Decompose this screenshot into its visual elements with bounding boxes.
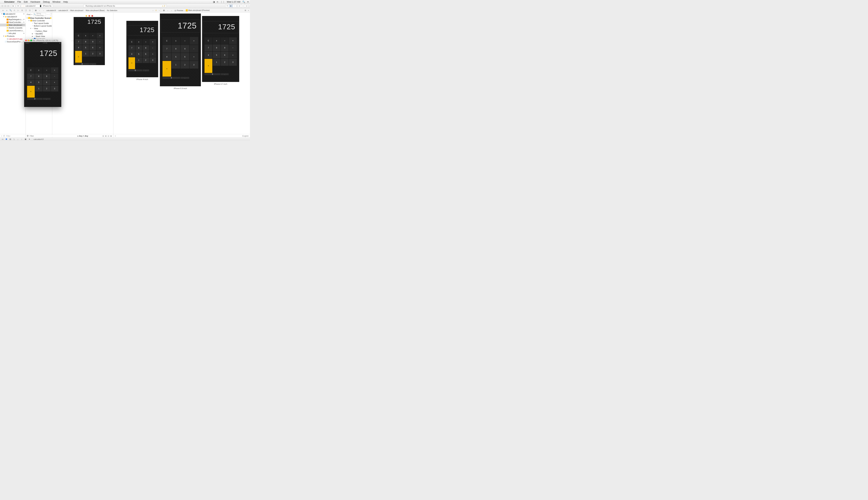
nav-row[interactable]: ▼📘calculatorUIM [0,12,25,15]
calc-key[interactable]: 2 [43,86,51,92]
ib-canvas[interactable]: 1725 C±÷×789−456+123=0. → w Any h Any ⊟ … [52,12,113,137]
forward-button[interactable]: › [42,9,45,12]
outline-row[interactable]: ▼▫View [26,27,52,30]
nav-row[interactable]: 📄SourceSansPro-ExtraLight.ttfA [0,40,25,43]
filter-icon[interactable]: ⦿ [3,135,5,137]
sim-close-icon[interactable] [25,39,27,41]
calc-key[interactable]: ÷ [43,67,51,73]
stop-button[interactable]: ■ [16,4,20,8]
location-icon[interactable]: ➤ [28,138,31,140]
status-icon[interactable]: ◑ [213,1,215,3]
nav-tab-icon[interactable]: ⊟ [21,9,24,12]
calc-key[interactable]: C [27,67,35,73]
assistant-add-button[interactable]: ⊞ [244,9,247,12]
preview-device[interactable]: 1725 C±÷×789−456+123=0. [202,16,239,82]
menubar-item-debug[interactable]: Debug [43,1,50,3]
calc-keypad[interactable]: C±÷×789−456+123=0. [27,67,58,100]
assistant-forward-button[interactable]: › [170,9,173,12]
menubar-item-edit[interactable]: Edit [24,1,27,3]
calc-key[interactable]: . [43,98,51,100]
back-button[interactable]: ‹ [38,9,41,12]
calc-key[interactable]: × [51,67,59,73]
status-icon[interactable]: ⎋ [217,1,218,3]
step-over-icon[interactable]: ⤵ [13,138,15,140]
calc-key[interactable]: 5 [35,79,43,86]
scheme-selector[interactable]: ⬚ calculatorUI 〉 📱 iPhone 6s [21,4,53,8]
version-editor-button[interactable]: ↔ [233,4,237,8]
menubar-app[interactable]: Simulator [4,1,14,3]
calc-key[interactable]: 1 [35,86,43,92]
filter-icon[interactable]: ⦿ [27,135,28,137]
continue-icon[interactable]: ▤ [9,138,11,140]
outline-row[interactable]: ▼🟨View Controller Scene [26,17,52,19]
nav-row[interactable]: 🟧AppDelegate.swiftM [0,18,25,21]
nav-row[interactable]: 🟨Main.storyboardM [0,24,25,26]
calc-key[interactable]: 6 [43,79,51,86]
calc-key[interactable]: + [51,79,59,86]
outline-row[interactable]: ▫Carbon_Fiber [26,30,52,32]
step-out-icon[interactable]: ↑ [21,138,23,140]
nav-tab-icon[interactable]: ⚠ [13,9,16,12]
standard-editor-button[interactable]: ☰ [225,4,229,8]
window-minimize-icon[interactable] [4,5,6,7]
breakpoint-icon[interactable]: ⬣ [5,138,8,140]
calc-key[interactable]: 8 [35,73,43,79]
find-mode-chevron[interactable]: ▾ [32,13,32,15]
nav-tab-icon[interactable]: ≡ [5,9,8,12]
toggle-debug-button[interactable]: ▭ [241,4,245,8]
preview-device[interactable]: 1725 C±÷×789−456+123=0. [160,13,201,86]
nav-row[interactable]: ▼📁calculatorUI [0,15,25,18]
align-icon[interactable]: ⊟ [102,135,104,137]
issue-nav-next[interactable]: › [158,9,161,12]
resize-icon[interactable]: ⊠ [110,135,112,137]
size-class-bar[interactable]: w Any h Any ⊟ ⊞ ⊡ ⊠ [52,134,113,137]
find-prev-button[interactable]: ‹ [47,13,48,15]
debug-target[interactable]: calculatorUI [34,138,44,140]
outline-row[interactable]: ▫Top Layout Guide [26,22,52,24]
toggle-utilities-button[interactable]: ◫ [245,4,249,8]
nav-row[interactable]: 📁Assets.xcassets [0,26,25,29]
assistant-back-button[interactable]: ‹ [166,9,169,12]
preview-area[interactable]: 1725 C±÷×789−456+123=0. iPhone 4-inch 17… [113,12,250,134]
menubar-item-file[interactable]: File [18,1,21,3]
simulator-titlebar[interactable]: iPhone 6s - iPhone 6s / iOS 9.2 (13C75) [24,39,61,42]
nav-tab-icon[interactable]: ⊡ [28,9,31,12]
window-zoom-icon[interactable] [7,5,9,7]
nav-row[interactable]: ▼📁Products [0,35,25,37]
assistant-close-button[interactable]: × [247,9,250,12]
sim-zoom-icon[interactable] [30,39,32,41]
nav-row[interactable]: ⚙calculatorUI.app [0,37,25,40]
resolve-icon[interactable]: ⊡ [107,135,109,137]
menubar-clock[interactable]: Wed 1:37 AM [227,1,240,3]
run-button[interactable]: ▶ [11,4,15,8]
issue-nav-prev[interactable]: ‹ [151,9,155,12]
step-into-icon[interactable]: ↓ [17,138,19,140]
calc-key[interactable]: ± [35,67,43,73]
nav-tab-icon[interactable]: 🔍 [9,9,12,12]
outline-row[interactable]: ▫Bottom Layout Guide [26,24,52,27]
add-icon[interactable]: + [1,135,2,137]
wifi-icon[interactable]: ⋮⋮ [220,1,225,3]
calc-key[interactable]: − [51,73,59,79]
preview-device[interactable]: 1725 C±÷×789−456+123=0. [126,21,158,77]
issue-indicator-icon[interactable]: ⚠ [155,9,158,12]
preview-language[interactable]: English [242,135,249,137]
calc-key[interactable]: 3 [51,86,59,92]
menubar-item-hardware[interactable]: Hardware [30,1,40,3]
warning-badge[interactable]: ⚠2 [162,5,165,7]
jump-bar-right[interactable]: ◎ Preview 🟨 Main.storyboard (Preview) [174,9,210,11]
window-close-icon[interactable] [1,5,3,7]
nav-tab-icon[interactable]: ▷ [17,9,20,12]
nav-tab-icon[interactable]: ▭ [1,9,4,12]
pin-icon[interactable]: ⊞ [105,135,106,137]
spotlight-icon[interactable]: 🔍 [242,1,245,3]
sim-minimize-icon[interactable] [28,39,30,41]
calc-key[interactable]: = [27,86,35,98]
calc-key[interactable]: 9 [43,73,51,79]
find-search-input[interactable]: String Matching [33,13,46,16]
jump-bar-left[interactable]: calculatorUI calculatorUI Main.storyboar… [46,9,118,11]
nav-row[interactable]: 🟨LaunchScreen.storyboard [0,29,25,32]
menubar-item-help[interactable]: Help [63,1,68,3]
calc-key[interactable]: 4 [27,79,35,86]
nav-tab-icon[interactable]: ❑ [24,9,27,12]
